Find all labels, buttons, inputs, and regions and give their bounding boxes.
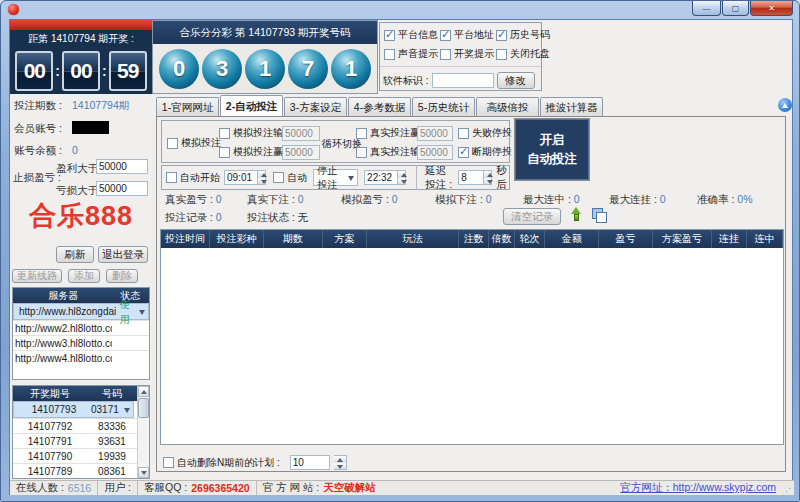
server-row[interactable]: http://www.hl8zongdai.c... 使用: [13, 303, 149, 320]
bet-table-body[interactable]: [161, 248, 783, 444]
checkbox-icon: [458, 128, 469, 139]
checkbox-break-stop[interactable]: 断期停投: [458, 145, 512, 159]
status-bar: 在线人数 :6516 用户 : 客服QQ :2696365420 官 方 网 站…: [10, 480, 794, 495]
end-time-input[interactable]: [364, 170, 398, 185]
brand-logo: 合乐888: [10, 198, 152, 234]
stat-real-bets: 真实下注 :0: [247, 193, 304, 207]
maximize-button[interactable]: ▢: [722, 1, 749, 16]
tab-official-site[interactable]: 1-官网网址: [156, 97, 219, 116]
real-win-input[interactable]: [417, 126, 453, 141]
official-site-link[interactable]: 官方网址：http://www.skypjz.com: [620, 481, 776, 495]
red-banner: [10, 20, 152, 30]
close-button[interactable]: ✕: [750, 1, 793, 16]
server-row[interactable]: http://www4.hl8lotto.com: [13, 350, 149, 365]
draw-history-row[interactable]: 14107790 19939: [13, 448, 137, 463]
stat-accuracy: 准确率 :0%: [697, 193, 753, 207]
checkbox-draw-alert[interactable]: 开奖提示: [440, 47, 488, 61]
upload-arrow-icon[interactable]: [569, 207, 584, 223]
sim-lose-input[interactable]: [282, 126, 320, 141]
draw-title: 合乐分分彩 第 14107793 期开奖号码: [153, 21, 377, 44]
tab-auto-bet[interactable]: 2-自动投注: [220, 95, 283, 116]
checkbox-auto[interactable]: 自动: [273, 171, 307, 185]
checkbox-auto-delete[interactable]: 自动删除N期前的计划 :: [163, 456, 280, 470]
draw-history-scrollbar[interactable]: [137, 386, 149, 478]
refresh-button[interactable]: 刷新: [56, 246, 94, 263]
checkbox-auto-start[interactable]: 自动开始: [166, 171, 220, 185]
draw-history-row[interactable]: 14107789 08361: [13, 463, 137, 478]
delete-button[interactable]: 删除: [106, 269, 138, 283]
software-id-input[interactable]: [432, 73, 494, 88]
checkbox-sim-lose[interactable]: 模拟投注输: [219, 126, 283, 140]
stat-real-profit: 真实盈亏 :0: [165, 193, 222, 207]
checkbox-icon: [163, 457, 174, 468]
add-button[interactable]: 添加: [68, 269, 100, 283]
checkbox-history-numbers[interactable]: 历史号码: [496, 28, 544, 42]
checkbox-icon: [384, 30, 395, 41]
start-time-spinner[interactable]: [258, 170, 266, 185]
scroll-up-arrow-icon[interactable]: [138, 386, 149, 397]
checkbox-icon: [356, 147, 367, 158]
stat-sim-bets: 模拟下注 :0: [435, 193, 492, 207]
checkbox-icon: [384, 49, 395, 60]
checkbox-icon: [166, 172, 177, 183]
tab-history-stats[interactable]: 5-历史统计: [412, 97, 475, 116]
main-area: 1-官网网址 2-自动投注 3-方案设定 4-参考数据 5-历史统计 高级倍投 …: [154, 94, 794, 480]
checkbox-sim-win[interactable]: 模拟投注赢: [219, 145, 283, 159]
modify-button[interactable]: 修改: [497, 72, 535, 89]
collapse-up-icon[interactable]: [778, 98, 792, 112]
countdown-title: 距第 14107794 期开奖 :: [10, 30, 152, 47]
logout-button[interactable]: 退出登录: [98, 246, 148, 263]
delay-spinner[interactable]: [484, 170, 492, 185]
checkbox-icon: [356, 128, 367, 139]
minimize-button[interactable]: —: [692, 1, 721, 16]
checkbox-platform-info[interactable]: 平台信息: [384, 28, 432, 42]
stat-bet-records: 投注记录 :0: [165, 211, 222, 225]
tab-advanced-multiplier[interactable]: 高级倍投: [476, 97, 539, 116]
draw-history-row[interactable]: 14107793 03171: [13, 401, 134, 418]
user-segment: 用户 :: [98, 481, 138, 495]
copy-icon[interactable]: [592, 208, 606, 222]
loss-gt-input[interactable]: [96, 181, 148, 196]
scroll-down-arrow-icon[interactable]: [138, 467, 149, 478]
real-lose-input[interactable]: [417, 145, 453, 160]
checkbox-sim-bet[interactable]: 模拟投注: [167, 136, 221, 150]
profit-gt-input[interactable]: [96, 159, 148, 174]
balance-label: 账号余额 :: [14, 144, 62, 158]
server-row[interactable]: http://www3.hl8lotto.com: [13, 335, 149, 350]
draw-history-table: 开奖期号 号码 14107793 03171 14107792 83336 14…: [12, 385, 150, 479]
tab-wave-calculator[interactable]: 推波计算器: [540, 97, 603, 116]
tab-plan-setting[interactable]: 3-方案设定: [284, 97, 347, 116]
checkbox-real-win[interactable]: 真实投注赢: [356, 126, 420, 140]
clock-seconds: 59: [109, 51, 147, 91]
schedule-row: 自动开始 自动 停止投注 延迟投注 : 秒后: [161, 165, 510, 190]
sim-win-input[interactable]: [282, 145, 320, 160]
resize-grip[interactable]: [780, 482, 792, 494]
auto-bet-panel: 模拟投注 模拟投注输 模拟投注赢 循环切换 真实投注赢 真实投注输 失败停投 断…: [156, 116, 786, 472]
auto-delete-spinner[interactable]: [334, 455, 347, 470]
checkbox-fail-stop[interactable]: 失败停投: [458, 126, 512, 140]
checkbox-icon: [496, 49, 507, 60]
draw-history-row[interactable]: 14107791 93631: [13, 433, 137, 448]
tab-reference-data[interactable]: 4-参考数据: [348, 97, 411, 116]
end-time-spinner[interactable]: [398, 170, 406, 185]
start-auto-bet-button[interactable]: 开启 自动投注: [515, 119, 589, 180]
checkbox-real-lose[interactable]: 真实投注输: [356, 145, 420, 159]
start-time-input[interactable]: [224, 170, 258, 185]
clear-records-button[interactable]: 清空记录: [503, 208, 561, 225]
auto-delete-input[interactable]: [290, 455, 330, 470]
client-area: 距第 14107794 期开奖 : 00:00:59 合乐分分彩 第 14107…: [9, 19, 793, 495]
delay-input[interactable]: [458, 170, 484, 185]
options-box: 平台信息 平台地址 历史号码 声音提示 开奖提示 关闭托盘 软件标识 : 修改: [379, 22, 542, 91]
checkbox-sound-alert[interactable]: 声音提示: [384, 47, 432, 61]
title-bar[interactable]: — ▢ ✕: [1, 1, 799, 19]
account-value-redacted: [72, 121, 109, 134]
checkbox-platform-address[interactable]: 平台地址: [440, 28, 488, 42]
update-line-button[interactable]: 更新线路: [12, 269, 62, 283]
qq-segment: 客服QQ :2696365420: [138, 481, 257, 495]
checkbox-close-tray[interactable]: 关闭托盘: [496, 47, 544, 61]
loss-gt-label: 亏损大于: [56, 184, 98, 198]
stop-bet-select[interactable]: 停止投注: [313, 169, 358, 186]
scrollbar-thumb[interactable]: [138, 398, 149, 418]
draw-history-row[interactable]: 14107792 83336: [13, 418, 137, 433]
checkbox-icon: [458, 147, 469, 158]
